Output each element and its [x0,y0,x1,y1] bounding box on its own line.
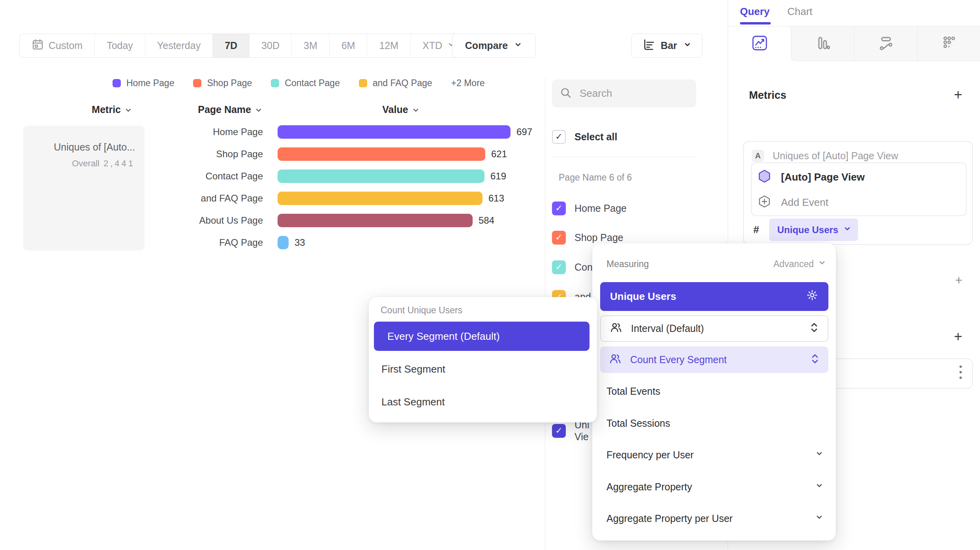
filter-item-partially-hidden[interactable]: ✓ Uni Vie [552,420,590,442]
gear-icon[interactable] [806,289,819,304]
divider [552,157,696,157]
chart-type-button[interactable]: Bar [631,34,702,58]
measure-chip-row: # Unique Users [753,218,858,241]
legend-more-link[interactable]: +2 More [451,78,485,89]
legend-item[interactable]: Home Page [113,78,174,89]
date-range-today[interactable]: Today [94,34,145,57]
table-row: 619 [278,165,506,187]
metric-summary-cell[interactable]: Uniques of [Auto... Overall2,441 [23,126,145,251]
option-aggregate-property[interactable]: Aggregate Property [606,481,824,493]
tab-query[interactable]: Query [740,6,770,18]
column-header-metric[interactable]: Metric [22,104,133,117]
tab-insights-selected[interactable] [728,26,791,61]
option-last-segment[interactable]: Last Segment [381,396,445,408]
option-first-segment[interactable]: First Segment [381,363,445,375]
metrics-section-title: Metrics [749,89,787,102]
date-range-3m[interactable]: 3M [291,34,329,57]
search-box [552,79,696,107]
date-range-custom[interactable]: Custom [20,34,94,57]
column-header-value[interactable]: Value [278,104,525,117]
measure-chip[interactable]: Unique Users [769,218,858,241]
option-unique-users-selected[interactable]: Unique Users [600,282,828,311]
count-every-segment-selector[interactable]: Count Every Segment [600,347,828,373]
chevron-down-icon [683,40,692,52]
add-event-row[interactable]: Add Event [757,193,828,211]
date-range-yesterday[interactable]: Yesterday [145,34,212,57]
bar-value: 621 [491,149,507,160]
date-range-label: Custom [49,40,83,51]
bar-value: 697 [516,126,532,138]
legend-swatch [193,79,201,87]
report-type-tabs [728,26,980,61]
interval-selector[interactable]: Interval (Default) [600,315,828,342]
legend-item[interactable]: Contact Page [271,78,340,89]
bar-contact-page[interactable] [278,170,484,183]
chevron-down-icon [818,258,826,269]
calendar-icon [32,38,44,53]
select-all-row[interactable]: ✓ Select all [552,126,617,148]
checkbox-checked[interactable]: ✓ [552,260,566,274]
tab-flows[interactable] [854,26,917,61]
add-breakdown-button[interactable]: + [954,330,962,344]
stepper-icon[interactable] [810,353,820,367]
measuring-popup: Measuring Advanced Unique Users [592,243,836,541]
event-card: [Auto] Page View Add Event [751,162,967,216]
option-frequency-per-user[interactable]: Frequency per User [606,449,824,461]
option-aggregate-property-per-user[interactable]: Aggregate Property per User [606,512,824,524]
select-all-checkbox[interactable]: ✓ [552,130,566,144]
bar-about-us-page[interactable] [278,214,473,227]
checkbox-checked[interactable]: ✓ [552,202,566,215]
date-range-control: Custom Today Yesterday 7D 30D 3M 6M 12M … [19,34,468,58]
legend-item[interactable]: Shop Page [193,78,252,89]
option-total-sessions[interactable]: Total Sessions [606,418,824,429]
chart-legend: Home Page Shop Page Contact Page and FAQ… [113,78,485,89]
metric-label: Uniques of [Auto] Page View [773,150,898,162]
metric-name: Uniques of [Auto... [27,141,135,153]
row-label: About Us Page [145,215,263,226]
event-row[interactable]: [Auto] Page View [757,168,865,186]
bar-and-faq-page[interactable] [278,192,482,205]
tab-retention[interactable] [917,26,980,61]
date-range-12m[interactable]: 12M [367,34,410,57]
date-range-6m[interactable]: 6M [329,34,367,57]
funnels-bars-icon [814,34,832,53]
add-event-plus-icon [757,194,772,210]
add-filter-button[interactable]: + [955,274,963,286]
advanced-dropdown[interactable]: Advanced [773,258,826,269]
checkbox-checked[interactable]: ✓ [552,231,566,245]
chevron-down-icon [815,512,824,524]
chevron-down-icon [254,105,263,117]
retention-dots-icon [941,34,958,53]
bar-faq-page[interactable] [278,236,289,249]
kebab-menu-icon[interactable] [959,365,962,379]
table-row: 33 [278,232,305,254]
legend-item[interactable]: and FAQ Page [359,78,432,89]
filter-group-label: Page Name 6 of 6 [559,172,632,183]
bar-shop-page[interactable] [278,147,485,161]
compare-button[interactable]: Compare [452,34,536,58]
column-header-page-name[interactable]: Page Name [145,104,263,117]
stepper-icon[interactable] [809,322,819,335]
metric-card: A Uniques of [Auto] Page View [Auto] Pag… [743,141,973,245]
filter-item-home-page[interactable]: ✓ Home Page [552,197,627,219]
mixpanel-insights-report: Custom Today Yesterday 7D 30D 3M 6M 12M … [0,0,980,550]
legend-swatch [113,79,121,87]
date-range-7d[interactable]: 7D [212,34,249,57]
option-every-segment-selected[interactable]: Every Segment (Default) [374,322,590,351]
row-label: Contact Page [145,171,263,182]
people-icon [610,321,622,336]
measuring-header: Measuring Advanced [606,258,826,269]
table-row: 584 [278,209,494,232]
tab-funnels[interactable] [791,26,854,61]
option-total-events[interactable]: Total Events [606,386,824,397]
active-tab-underline [740,22,771,24]
row-label: Shop Page [145,149,263,160]
tab-chart[interactable]: Chart [787,6,813,18]
add-metric-button[interactable]: + [954,88,962,102]
date-range-30d[interactable]: 30D [249,34,291,57]
bar-home-page[interactable] [278,125,511,139]
chevron-down-icon [815,481,824,493]
series-badge: A [752,150,764,162]
search-input[interactable] [580,87,678,100]
checkbox-checked[interactable]: ✓ [552,424,566,438]
